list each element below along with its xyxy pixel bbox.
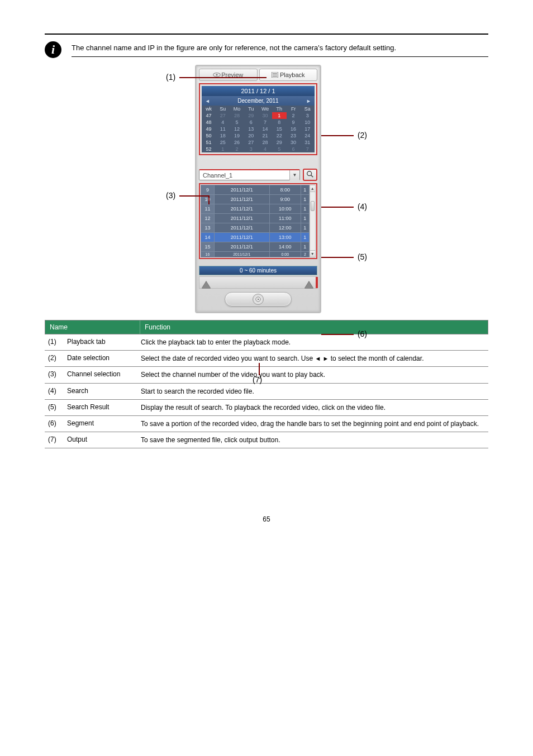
search-icon [306, 170, 314, 180]
calendar-day[interactable]: 21 [258, 132, 272, 139]
date-bar: 2011 / 12 / 1 [202, 86, 315, 96]
search-results: 92011/12/18:001102011/12/19:001112011/12… [199, 183, 317, 259]
calendar-day[interactable]: 5 [230, 119, 244, 126]
calendar-day[interactable]: 30 [258, 112, 272, 119]
calendar-day[interactable]: 19 [230, 132, 244, 139]
callout-4: (4) [358, 202, 367, 211]
table-row: (5)Search ResultDisplay the result of se… [45, 400, 488, 416]
header-name: Name [45, 320, 140, 334]
svg-line-7 [311, 175, 313, 177]
calendar-day[interactable]: 14 [258, 126, 272, 132]
calendar-day[interactable]: 1 [272, 112, 286, 119]
list-icon [272, 72, 278, 78]
calendar-day[interactable]: 13 [244, 126, 258, 132]
calendar-day[interactable]: 5 [272, 146, 286, 152]
calendar-day[interactable]: 28 [230, 112, 244, 119]
table-row: (6)SegmentTo save a portion of the recor… [45, 416, 488, 432]
table-row[interactable]: 92011/12/18:001 [201, 185, 310, 195]
table-row[interactable]: 122011/12/111:001 [201, 214, 310, 223]
calendar-day[interactable]: 29 [244, 112, 258, 119]
callout-6: (6) [358, 329, 367, 338]
calendar-day[interactable]: 3 [301, 112, 315, 119]
calendar-day[interactable]: 30 [287, 139, 301, 146]
calendar-day[interactable]: 2 [230, 146, 244, 152]
calendar-day[interactable]: 6 [287, 146, 301, 152]
left-right-arrow-icon: ◄ ► [315, 355, 329, 362]
callout-1: (1) [166, 73, 175, 82]
channel-select-value: Channel_1 [199, 172, 289, 179]
callout-5: (5) [358, 252, 367, 261]
chevron-down-icon[interactable]: ▼ [289, 170, 299, 180]
svg-point-1 [216, 74, 218, 76]
table-row: (1)Playback tabClick the playback tab to… [45, 334, 488, 351]
scroll-thumb[interactable] [311, 201, 315, 211]
cal-month-year: December, 2011 [237, 98, 278, 104]
scroll-down-icon[interactable]: ▼ [310, 250, 315, 257]
calendar-day[interactable]: 6 [244, 119, 258, 126]
callout-2: (2) [358, 131, 367, 140]
calendar-day[interactable]: 15 [272, 126, 286, 132]
segment-range-label: 0 ~ 60 minutes [199, 266, 317, 275]
scroll-up-icon[interactable]: ▲ [310, 185, 315, 192]
calendar-day[interactable]: 27 [244, 139, 258, 146]
table-row[interactable]: 142011/12/113:001 [201, 233, 310, 242]
tab-preview[interactable]: Preview [199, 69, 258, 81]
segment-slider[interactable] [199, 276, 317, 289]
table-row[interactable]: 102011/12/19:001 [201, 195, 310, 204]
calendar-day[interactable]: 29 [272, 139, 286, 146]
calendar-day[interactable]: 18 [216, 132, 230, 139]
results-table[interactable]: 92011/12/18:001102011/12/19:001112011/12… [201, 185, 310, 257]
calendar-day[interactable]: 31 [301, 139, 315, 146]
channel-select[interactable]: Channel_1 ▼ [199, 169, 300, 180]
info-icon: i [45, 41, 61, 58]
table-row[interactable]: 132011/12/112:001 [201, 223, 310, 233]
calendar: 2011 / 12 / 1 ◄ December, 2011 ► wkSuMoT… [199, 83, 317, 155]
table-row[interactable]: 162011/12/10:002 [201, 252, 310, 257]
calendar-day[interactable]: 7 [301, 146, 315, 152]
calendar-day[interactable]: 8 [272, 119, 286, 126]
calendar-day[interactable]: 28 [258, 139, 272, 146]
calendar-day[interactable]: 17 [301, 126, 315, 132]
output-button[interactable] [225, 292, 292, 307]
calendar-grid[interactable]: wkSuMoTuWeThFrSa 47272829301234845678910… [202, 106, 315, 152]
cal-prev-month[interactable]: ◄ [205, 98, 210, 104]
svg-marker-9 [258, 298, 259, 300]
calendar-day[interactable]: 26 [230, 139, 244, 146]
figure: (1) (2) (3) (4) (5) (6) (7) Preview [166, 65, 367, 313]
description-table: (1)Playback tabClick the playback tab to… [45, 334, 488, 448]
results-scrollbar[interactable]: ▲ ▼ [310, 185, 316, 257]
table-row: (2)Date selectionSelect the date of reco… [45, 351, 488, 367]
table-row[interactable]: 112011/12/110:001 [201, 204, 310, 214]
calendar-day[interactable]: 11 [216, 126, 230, 132]
table-row: (4)SearchStart to search the recorded vi… [45, 384, 488, 400]
output-icon [253, 294, 264, 305]
description-table-header: Name Function [45, 320, 488, 334]
cal-next-month[interactable]: ► [306, 98, 311, 104]
table-row: (3)Channel selectionSelect the channel n… [45, 367, 488, 383]
calendar-day[interactable]: 20 [244, 132, 258, 139]
tab-playback[interactable]: Playback [259, 69, 318, 81]
calendar-day[interactable]: 24 [301, 132, 315, 139]
calendar-day[interactable]: 12 [230, 126, 244, 132]
calendar-day[interactable]: 4 [216, 119, 230, 126]
segment-handle-end[interactable] [304, 281, 313, 289]
table-row[interactable]: 152011/12/114:001 [201, 242, 310, 252]
search-button[interactable] [303, 169, 317, 181]
calendar-day[interactable]: 1 [216, 146, 230, 152]
calendar-day[interactable]: 25 [216, 139, 230, 146]
calendar-day[interactable]: 4 [258, 146, 272, 152]
calendar-day[interactable]: 16 [287, 126, 301, 132]
table-row: (7)OutputTo save the segmented file, cli… [45, 432, 488, 448]
page-number: 65 [45, 515, 488, 523]
calendar-day[interactable]: 27 [216, 112, 230, 119]
segment-handle-start[interactable] [202, 281, 211, 289]
calendar-day[interactable]: 22 [272, 132, 286, 139]
calendar-day[interactable]: 23 [287, 132, 301, 139]
calendar-day[interactable]: 3 [244, 146, 258, 152]
callout-3: (3) [166, 191, 175, 200]
calendar-day[interactable]: 7 [258, 119, 272, 126]
calendar-day[interactable]: 10 [301, 119, 315, 126]
calendar-day[interactable]: 2 [287, 112, 301, 119]
calendar-day[interactable]: 9 [287, 119, 301, 126]
tab-playback-label: Playback [280, 71, 305, 78]
